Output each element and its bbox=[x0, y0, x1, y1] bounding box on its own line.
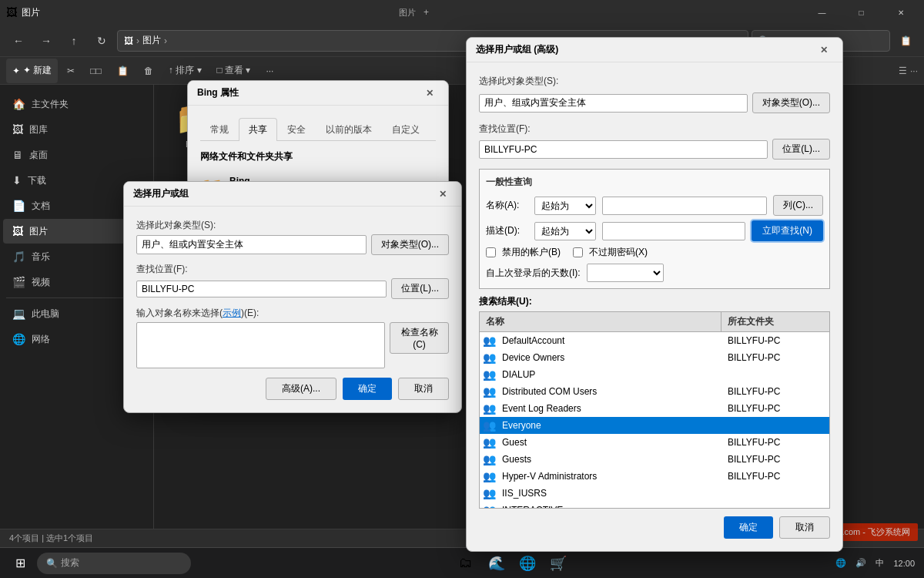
result-row[interactable]: 👥 Guest BILLYFU-PC bbox=[480, 434, 829, 451]
tab-versions[interactable]: 以前的版本 bbox=[316, 118, 382, 141]
select-user-ok-btn[interactable]: 确定 bbox=[343, 378, 392, 400]
col-location-header: 所在文件夹 bbox=[721, 312, 829, 331]
tab-share[interactable]: 共享 bbox=[239, 118, 277, 141]
refresh-btn[interactable]: ↻ bbox=[89, 29, 114, 53]
select-user-small-title: 选择用户或组 bbox=[133, 187, 434, 200]
maximize-btn[interactable]: □ bbox=[844, 0, 879, 25]
object-type-label: 选择此对象类型(S): bbox=[136, 219, 449, 232]
adv-cancel-btn[interactable]: 取消 bbox=[779, 516, 830, 539]
sidebar-item-desktop[interactable]: 🖥 桌面 bbox=[3, 143, 150, 167]
result-row[interactable]: 👥 Everyone bbox=[480, 417, 829, 434]
adv-desc-filter[interactable]: 起始为 等于 bbox=[534, 222, 596, 240]
taskbar-app-browser1[interactable]: 🌊 bbox=[483, 549, 511, 577]
adv-desc-input[interactable] bbox=[602, 222, 745, 240]
adv-general-query-title: 一般性查询 bbox=[486, 176, 823, 189]
computer-icon: 💻 bbox=[12, 307, 25, 320]
result-location: BILLYFU-PC bbox=[721, 403, 829, 414]
example-link[interactable]: 示例 bbox=[223, 307, 241, 318]
tab-label[interactable]: 图片 bbox=[399, 7, 416, 18]
adv-find-btn[interactable]: 立即查找(N) bbox=[752, 220, 823, 241]
taskbar-app-store[interactable]: 🛒 bbox=[544, 549, 572, 577]
up-btn[interactable]: ↑ bbox=[62, 29, 86, 53]
adv-name-input[interactable] bbox=[602, 197, 767, 215]
result-location: BILLYFU-PC bbox=[721, 386, 829, 397]
tab-security[interactable]: 安全 bbox=[277, 118, 316, 141]
add-tab-btn[interactable]: + bbox=[424, 7, 429, 18]
object-type-value-row: 用户、组或内置安全主体 对象类型(O)... bbox=[136, 234, 449, 255]
result-location: BILLYFU-PC bbox=[721, 437, 829, 448]
result-icon: 👥 bbox=[483, 351, 496, 364]
adv-days-select[interactable] bbox=[587, 264, 664, 282]
result-name: IIS_IUSRS bbox=[499, 488, 721, 499]
sort-btn[interactable]: ↑ 排序 ▾ bbox=[162, 59, 208, 83]
language-tray[interactable]: 中 bbox=[872, 557, 887, 569]
result-icon: 👥 bbox=[483, 402, 496, 415]
adv-noexpire-label[interactable]: 不过期密码(X) bbox=[573, 246, 648, 259]
status-text: 4个项目 | 选中1个项目 bbox=[9, 533, 93, 544]
result-row[interactable]: 👥 Device Owners BILLYFU-PC bbox=[480, 349, 829, 366]
advanced-btn[interactable]: 高级(A)... bbox=[266, 378, 336, 400]
paste-btn[interactable]: 📋 bbox=[111, 59, 135, 83]
tab-custom[interactable]: 自定义 bbox=[382, 118, 430, 141]
sidebar-item-gallery[interactable]: 🖼 图库 bbox=[3, 117, 150, 142]
details-toggle[interactable]: 📋 bbox=[893, 29, 918, 53]
location-row: 查找位置(F): BILLYFU-PC 位置(L)... bbox=[136, 263, 449, 299]
location-btn[interactable]: 位置(L)... bbox=[391, 278, 449, 299]
new-btn[interactable]: ✦ ✦ 新建 bbox=[6, 59, 58, 83]
details-label[interactable]: ☰ ··· bbox=[899, 66, 918, 76]
volume-tray-icon[interactable]: 🔊 bbox=[852, 558, 869, 568]
result-row[interactable]: 👥 IIS_IUSRS bbox=[480, 485, 829, 502]
back-btn[interactable]: ← bbox=[6, 29, 31, 53]
minimize-btn[interactable]: — bbox=[805, 0, 839, 25]
bing-props-title: Bing 属性 bbox=[197, 86, 420, 99]
adv-name-filter[interactable]: 起始为 等于 bbox=[534, 197, 596, 215]
select-user-adv-close-btn[interactable]: ✕ bbox=[815, 41, 833, 59]
forward-btn[interactable]: → bbox=[34, 29, 59, 53]
close-btn[interactable]: ✕ bbox=[883, 0, 918, 25]
adv-disabled-checkbox[interactable] bbox=[486, 247, 496, 257]
result-row[interactable]: 👥 DefaultAccount BILLYFU-PC bbox=[480, 332, 829, 349]
taskbar-search-icon: 🔍 bbox=[46, 558, 58, 569]
windows-icon: ⊞ bbox=[15, 556, 25, 570]
more-btn[interactable]: ··· bbox=[259, 59, 280, 83]
network-tray-icon[interactable]: 🌐 bbox=[832, 558, 849, 568]
result-row[interactable]: 👥 INTERACTIVE bbox=[480, 502, 829, 509]
result-row[interactable]: 👥 DIALUP bbox=[480, 366, 829, 383]
desktop-icon: 🖥 bbox=[12, 149, 23, 161]
check-name-btn[interactable]: 检查名称(C) bbox=[390, 322, 449, 354]
object-type-btn[interactable]: 对象类型(O)... bbox=[371, 234, 449, 255]
object-name-input[interactable] bbox=[136, 322, 385, 368]
taskbar-app-browser2[interactable]: 🌐 bbox=[514, 549, 541, 577]
copy-btn[interactable]: □□ bbox=[84, 59, 108, 83]
object-type-row: 选择此对象类型(S): 用户、组或内置安全主体 对象类型(O)... bbox=[136, 219, 449, 255]
result-icon: 👥 bbox=[483, 453, 496, 465]
result-icon: 👥 bbox=[483, 487, 496, 499]
result-row[interactable]: 👥 Guests BILLYFU-PC bbox=[480, 451, 829, 468]
sidebar-item-home[interactable]: 🏠 主文件夹 bbox=[3, 92, 150, 116]
result-row[interactable]: 👥 Hyper-V Administrators BILLYFU-PC bbox=[480, 468, 829, 485]
select-user-adv-titlebar: 选择用户或组 (高级) ✕ bbox=[467, 38, 842, 62]
start-button[interactable]: ⊞ bbox=[6, 549, 34, 577]
result-row[interactable]: 👥 Distributed COM Users BILLYFU-PC bbox=[480, 383, 829, 400]
view-btn[interactable]: □ 查看 ▾ bbox=[211, 59, 257, 83]
tab-general[interactable]: 常规 bbox=[200, 118, 239, 141]
select-user-small-close-btn[interactable]: ✕ bbox=[434, 185, 452, 203]
taskbar-search[interactable]: 🔍 搜索 bbox=[37, 553, 191, 574]
location-value-row: BILLYFU-PC 位置(L)... bbox=[136, 278, 449, 299]
adv-list-btn[interactable]: 列(C)... bbox=[773, 195, 823, 216]
adv-disabled-label[interactable]: 禁用的帐户(B) bbox=[486, 246, 561, 259]
taskbar-app-explorer[interactable]: 🗂 bbox=[452, 549, 480, 577]
select-user-cancel-btn[interactable]: 取消 bbox=[398, 378, 449, 400]
select-user-small-content: 选择此对象类型(S): 用户、组或内置安全主体 对象类型(O)... 查找位置(… bbox=[124, 207, 461, 412]
result-row[interactable]: 👥 Event Log Readers BILLYFU-PC bbox=[480, 400, 829, 417]
adv-object-type-btn[interactable]: 对象类型(O)... bbox=[752, 92, 830, 113]
select-user-small-btn-row: 高级(A)... 确定 取消 bbox=[136, 378, 449, 400]
bing-props-close-btn[interactable]: ✕ bbox=[420, 84, 439, 102]
adv-location-btn[interactable]: 位置(L)... bbox=[772, 139, 830, 160]
taskbar: ⊞ 🔍 搜索 🗂 🌊 🌐 🛒 🌐 🔊 中 12:00 bbox=[0, 547, 924, 578]
adv-desc-row: 描述(D): 起始为 等于 立即查找(N) bbox=[486, 220, 823, 241]
adv-ok-btn[interactable]: 确定 bbox=[724, 516, 773, 539]
cut-btn[interactable]: ✂ bbox=[61, 59, 81, 83]
adv-noexpire-checkbox[interactable] bbox=[573, 247, 583, 257]
delete-btn[interactable]: 🗑 bbox=[138, 59, 159, 83]
